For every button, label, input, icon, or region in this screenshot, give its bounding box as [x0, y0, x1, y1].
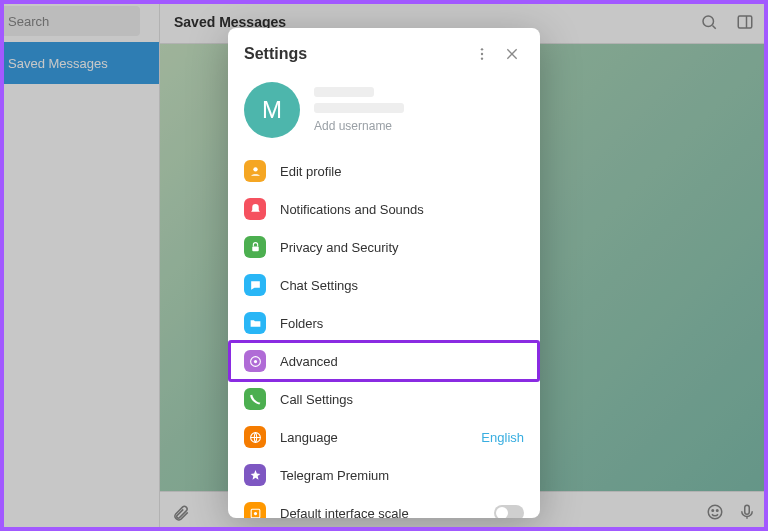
menu-label: Default interface scale [280, 506, 494, 519]
settings-item-privacy[interactable]: Privacy and Security [228, 228, 540, 266]
menu-label: Call Settings [280, 392, 524, 407]
chat-settings-icon [244, 274, 266, 296]
menu-label: Notifications and Sounds [280, 202, 524, 217]
settings-item-premium[interactable]: Telegram Premium [228, 456, 540, 494]
menu-label: Edit profile [280, 164, 524, 179]
svg-rect-14 [252, 246, 259, 251]
avatar: M [244, 82, 300, 138]
settings-item-advanced[interactable]: Advanced [228, 342, 540, 380]
edit-profile-icon [244, 160, 266, 182]
app-window: Search Saved Messages Saved Messages [0, 0, 768, 531]
premium-icon [244, 464, 266, 486]
settings-item-calls[interactable]: Call Settings [228, 380, 540, 418]
privacy-icon [244, 236, 266, 258]
scale-icon [244, 502, 266, 518]
profile-phone-redacted [314, 103, 404, 113]
menu-label: Telegram Premium [280, 468, 524, 483]
svg-point-8 [481, 48, 483, 50]
close-icon[interactable] [500, 42, 524, 66]
svg-point-13 [253, 167, 257, 171]
settings-item-chat[interactable]: Chat Settings [228, 266, 540, 304]
profile-section[interactable]: M Add username [228, 74, 540, 152]
menu-label: Advanced [280, 354, 524, 369]
language-icon [244, 426, 266, 448]
svg-point-10 [481, 57, 483, 59]
language-value: English [481, 430, 524, 445]
settings-item-scale[interactable]: Default interface scale [228, 494, 540, 518]
add-username[interactable]: Add username [314, 119, 524, 133]
settings-item-edit-profile[interactable]: Edit profile [228, 152, 540, 190]
settings-item-folders[interactable]: Folders [228, 304, 540, 342]
profile-info: Add username [314, 87, 524, 133]
menu-label: Privacy and Security [280, 240, 524, 255]
settings-item-notifications[interactable]: Notifications and Sounds [228, 190, 540, 228]
settings-item-language[interactable]: Language English [228, 418, 540, 456]
more-icon[interactable] [470, 42, 494, 66]
settings-header: Settings [228, 28, 540, 74]
scale-toggle[interactable] [494, 505, 524, 518]
notifications-icon [244, 198, 266, 220]
profile-name-redacted [314, 87, 374, 97]
svg-point-9 [481, 53, 483, 55]
settings-modal: Settings M Add username [228, 28, 540, 518]
advanced-icon [244, 350, 266, 372]
menu-label: Language [280, 430, 481, 445]
menu-label: Folders [280, 316, 524, 331]
modal-overlay[interactable]: Settings M Add username [0, 0, 768, 531]
menu-label: Chat Settings [280, 278, 524, 293]
svg-point-19 [253, 511, 256, 514]
svg-point-16 [253, 359, 256, 362]
folders-icon [244, 312, 266, 334]
settings-title: Settings [244, 45, 464, 63]
call-settings-icon [244, 388, 266, 410]
